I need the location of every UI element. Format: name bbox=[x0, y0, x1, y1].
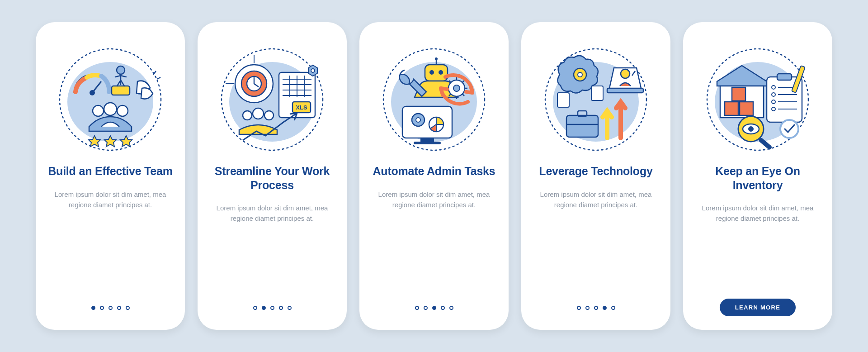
svg-point-8 bbox=[93, 105, 104, 116]
pagination-dot[interactable] bbox=[253, 306, 257, 310]
svg-point-64 bbox=[621, 69, 630, 78]
svg-point-88 bbox=[748, 126, 754, 132]
pagination-dot[interactable] bbox=[424, 306, 428, 310]
svg-point-9 bbox=[104, 103, 117, 115]
svg-text:XLS: XLS bbox=[296, 104, 307, 111]
pagination-dot[interactable] bbox=[441, 306, 445, 310]
pagination-dot[interactable] bbox=[449, 306, 453, 310]
svg-rect-66 bbox=[566, 115, 598, 137]
onboarding-screen-1: Build an Effective Team Lorem ipsum dolo… bbox=[36, 22, 185, 330]
onboarding-screen-4: Leverage Technology Lorem ipsum dolor si… bbox=[521, 22, 670, 330]
pagination-dot[interactable] bbox=[585, 306, 590, 310]
screen-description: Lorem ipsum dolor sit dim amet, mea regi… bbox=[699, 203, 816, 224]
pagination-dot[interactable] bbox=[270, 306, 274, 310]
pagination-dot[interactable] bbox=[279, 306, 283, 310]
svg-point-60 bbox=[578, 72, 582, 77]
screen-title: Leverage Technology bbox=[539, 164, 652, 178]
svg-point-31 bbox=[243, 111, 252, 120]
svg-rect-62 bbox=[591, 86, 603, 100]
pagination-dots bbox=[521, 306, 670, 310]
svg-point-90 bbox=[780, 120, 798, 138]
svg-point-55 bbox=[416, 118, 420, 122]
pagination-dot[interactable] bbox=[100, 306, 104, 310]
pagination-dot[interactable] bbox=[117, 306, 121, 310]
svg-rect-53 bbox=[414, 142, 441, 144]
svg-point-38 bbox=[439, 70, 443, 75]
screen-description: Lorem ipsum dolor sit dim amet, mea regi… bbox=[537, 189, 655, 210]
screen-description: Lorem ipsum dolor sit dim amet, mea regi… bbox=[375, 189, 493, 210]
pagination-dot[interactable] bbox=[577, 306, 581, 310]
screen-title: Streamline Your Work Process bbox=[209, 164, 335, 192]
svg-rect-63 bbox=[607, 88, 643, 93]
pagination-dot[interactable] bbox=[108, 306, 113, 310]
pagination-dot[interactable] bbox=[603, 306, 607, 310]
svg-line-7 bbox=[157, 77, 160, 79]
svg-point-10 bbox=[117, 105, 128, 116]
svg-point-33 bbox=[264, 111, 274, 120]
pagination-dot[interactable] bbox=[262, 306, 266, 310]
svg-rect-4 bbox=[112, 86, 130, 95]
pagination-dot[interactable] bbox=[611, 306, 615, 310]
screen-title: Keep an Eye On Inventory bbox=[695, 164, 821, 192]
screen-title: Automate Admin Tasks bbox=[373, 164, 495, 178]
svg-point-5 bbox=[117, 66, 125, 74]
pagination-dot[interactable] bbox=[288, 306, 292, 310]
automate-icon bbox=[377, 43, 491, 156]
onboarding-screen-3: Automate Admin Tasks Lorem ipsum dolor s… bbox=[359, 22, 509, 330]
svg-rect-73 bbox=[740, 102, 753, 115]
screen-title: Build an Effective Team bbox=[48, 164, 173, 178]
svg-point-32 bbox=[253, 108, 264, 119]
svg-rect-61 bbox=[557, 93, 569, 107]
svg-point-37 bbox=[429, 70, 434, 75]
screen-description: Lorem ipsum dolor sit dim amet, mea regi… bbox=[52, 189, 169, 210]
pagination-dot[interactable] bbox=[415, 306, 419, 310]
pagination-dot[interactable] bbox=[126, 306, 130, 310]
pagination-dot[interactable] bbox=[91, 306, 95, 310]
technology-icon bbox=[539, 43, 652, 156]
svg-point-50 bbox=[453, 85, 460, 91]
team-icon bbox=[54, 43, 167, 156]
svg-rect-74 bbox=[732, 87, 745, 101]
svg-point-30 bbox=[311, 69, 315, 72]
pagination-dot[interactable] bbox=[432, 306, 436, 310]
learn-more-button[interactable]: LEARN MORE bbox=[720, 299, 796, 316]
inventory-icon bbox=[701, 43, 814, 156]
svg-rect-72 bbox=[725, 102, 738, 115]
svg-rect-51 bbox=[402, 106, 452, 138]
pagination-dots bbox=[36, 306, 185, 310]
streamline-icon: XLS bbox=[216, 43, 329, 156]
pagination-dots bbox=[359, 306, 509, 310]
svg-rect-52 bbox=[420, 138, 434, 142]
onboarding-screen-5: Keep an Eye On Inventory Lorem ipsum dol… bbox=[683, 22, 832, 330]
onboarding-row: Build an Effective Team Lorem ipsum dolo… bbox=[36, 22, 832, 330]
svg-rect-76 bbox=[777, 74, 792, 80]
svg-rect-36 bbox=[425, 65, 448, 81]
pagination-dots bbox=[198, 306, 347, 310]
svg-point-40 bbox=[435, 57, 438, 60]
pagination-dot[interactable] bbox=[594, 306, 598, 310]
screen-description: Lorem ipsum dolor sit dim amet, mea regi… bbox=[213, 203, 331, 224]
onboarding-screen-2: XLS Streamline Your Work Process Lorem i… bbox=[198, 22, 347, 330]
